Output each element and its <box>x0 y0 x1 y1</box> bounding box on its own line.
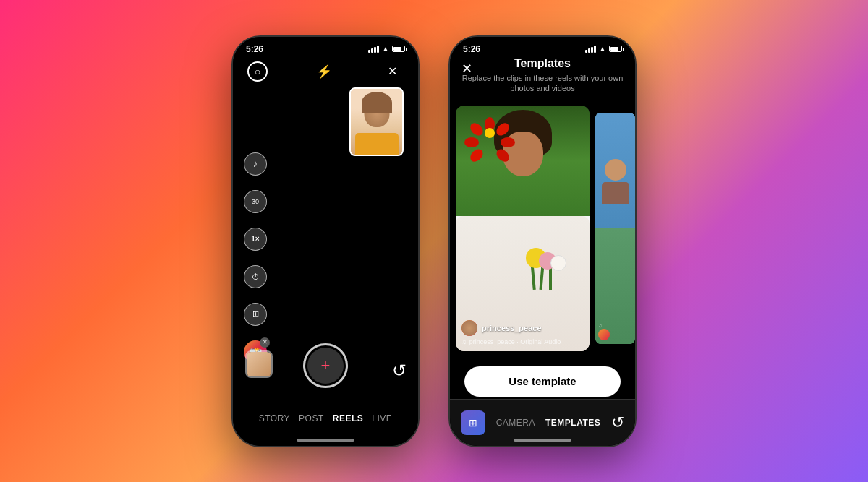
battery-icon <box>392 46 405 52</box>
close-badge-icon[interactable]: ✕ <box>260 337 270 348</box>
nav-post[interactable]: POST <box>299 413 324 423</box>
left-controls: ♪ 30 1× ⏱ ⊞ 📸 ✕ <box>244 152 267 363</box>
side-card-audio-icon: ♫ <box>598 323 602 328</box>
nav2-items: CAMERA TEMPLATES <box>494 418 603 428</box>
side-card-user-avatar <box>598 329 610 340</box>
nav2-camera[interactable]: CAMERA <box>496 418 535 428</box>
top-controls: ○ ⚡ ✕ <box>233 60 418 83</box>
signal-icon <box>368 46 379 53</box>
speed-control-icon[interactable]: 1× <box>244 228 267 251</box>
circle-settings-icon[interactable]: ○ <box>247 61 268 82</box>
side-video-card[interactable]: ♫ <box>595 113 635 344</box>
status-icons-1: ▲ <box>368 45 405 53</box>
side-card-background: ♫ <box>595 113 635 344</box>
layout-control-icon[interactable]: ⊞ <box>244 303 267 326</box>
user-info-row: princess_peace <box>461 320 584 336</box>
templates-subtitle: Replace the clips in these reels with yo… <box>461 73 624 94</box>
flash-icon[interactable]: ⚡ <box>312 60 336 83</box>
video-user-overlay: princess_peace ♫ princess_peace · Origin… <box>461 320 584 345</box>
shutter-button[interactable]: + <box>303 343 348 388</box>
status-time-2: 5:26 <box>463 44 480 54</box>
selfie-hair <box>362 92 392 113</box>
gallery-thumbnail[interactable] <box>245 350 273 378</box>
templates-header: Templates Replace the clips in these ree… <box>450 57 635 94</box>
nav-story[interactable]: STORY <box>259 413 290 423</box>
use-template-button[interactable]: Use template <box>464 366 621 397</box>
notch-2 <box>510 37 575 53</box>
music-control-icon[interactable]: ♪ <box>244 152 267 176</box>
templates-title: Templates <box>461 57 624 70</box>
main-video-card[interactable]: princess_peace ♫ princess_peace · Origin… <box>456 106 590 351</box>
bottom-nav-1: STORY POST REELS LIVE <box>233 392 418 446</box>
selfie-preview <box>349 87 404 156</box>
home-indicator-1 <box>297 439 354 442</box>
audio-icon: ♫ <box>461 338 467 345</box>
video-cards-area: princess_peace ♫ princess_peace · Origin… <box>450 106 635 358</box>
selfie-face <box>351 89 402 155</box>
countdown-control-icon[interactable]: ⏱ <box>244 265 267 288</box>
audio-text: princess_peace · Original Audio <box>469 338 561 345</box>
close-icon[interactable]: ✕ <box>380 60 404 83</box>
shutter-plus-icon: + <box>321 356 331 375</box>
status-icons-2: ▲ <box>585 45 622 53</box>
phone-1: 5:26 ▲ ○ <box>231 35 420 447</box>
wifi-icon-2: ▲ <box>599 45 606 53</box>
battery-icon-2 <box>609 46 622 52</box>
username-label: princess_peace <box>482 324 542 332</box>
signal-icon-2 <box>585 46 596 53</box>
home-indicator-2 <box>514 439 571 442</box>
phone-1-screen: 5:26 ▲ ○ <box>233 37 418 446</box>
camera-switch-icon[interactable]: ↺ <box>392 361 407 381</box>
nav-reels[interactable]: REELS <box>333 413 364 423</box>
user-avatar <box>461 320 477 336</box>
use-template-label: Use template <box>509 375 576 387</box>
camera-switch-icon-2[interactable]: ↺ <box>611 413 624 432</box>
flowers-video-bg: princess_peace ♫ princess_peace · Origin… <box>456 106 590 351</box>
status-time-1: 5:26 <box>246 44 263 54</box>
nav2-templates[interactable]: TEMPLATES <box>545 418 600 428</box>
timer-control-icon[interactable]: 30 <box>244 190 267 213</box>
selfie-body <box>355 133 399 155</box>
notch-1 <box>293 37 358 53</box>
templates-nav-icon[interactable]: ⊞ <box>461 410 485 435</box>
phone-2-screen: 5:26 ▲ ✕ Templates Replace the clips in … <box>450 37 635 446</box>
audio-info-row: ♫ princess_peace · Original Audio <box>461 338 584 345</box>
phone-2: 5:26 ▲ ✕ Templates Replace the clips in … <box>448 35 637 447</box>
wifi-icon: ▲ <box>382 45 389 53</box>
nav-live[interactable]: LIVE <box>372 413 392 423</box>
